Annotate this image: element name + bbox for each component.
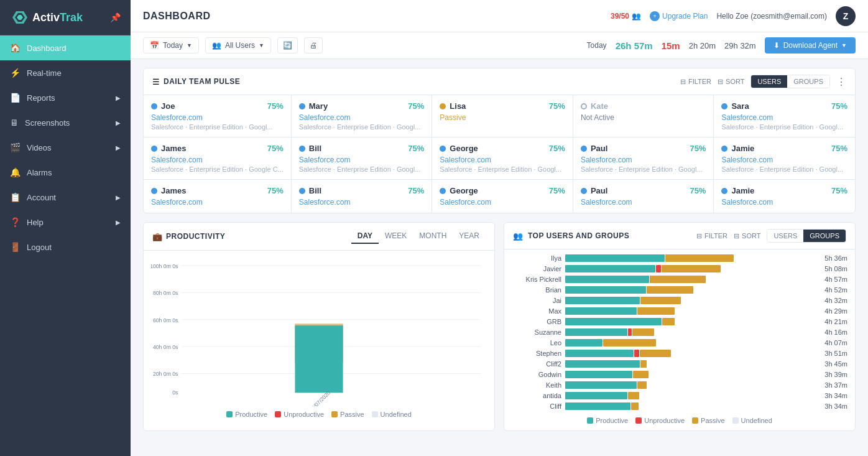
top-user-row-grb: GRB 4h 21m <box>512 318 847 325</box>
user-card-sara: Sara 75% Salesforce.com Salesforce · Ent… <box>714 95 855 137</box>
top-user-row-keith: Keith 3h 37m <box>512 381 847 389</box>
chevron-down-icon: ▼ <box>259 42 264 49</box>
top-groups-toggle[interactable]: GROUPS <box>803 230 846 242</box>
user-name: Mary <box>309 101 328 111</box>
user-app[interactable]: Salesforce.com <box>151 198 284 207</box>
user-pct: 75% <box>408 144 424 153</box>
user-status-passive: Passive <box>440 113 565 122</box>
user-label: Cliff <box>512 402 561 410</box>
sidebar-item-screenshots[interactable]: 🖥 Screenshots ▶ <box>0 110 131 135</box>
user-app[interactable]: Salesforce.com <box>581 198 706 207</box>
groups-toggle-button[interactable]: GROUPS <box>787 75 829 88</box>
filter-button[interactable]: ⊟ FILTER <box>680 78 711 86</box>
top-user-row-godwin: Godwin 3h 39m <box>512 371 847 378</box>
sidebar-item-alarms[interactable]: 🔔 Alarms <box>0 160 131 185</box>
user-detail: Salesforce · Enterprise Edition · Googl.… <box>721 165 847 173</box>
total-time: 29h 32m <box>724 41 756 50</box>
print-button[interactable]: 🖨 <box>304 37 323 54</box>
upgrade-plan-button[interactable]: + Upgrade Plan <box>650 11 708 21</box>
sidebar-item-account[interactable]: 📋 Account ▶ <box>0 185 131 210</box>
sidebar-item-help[interactable]: ❓ Help ▶ <box>0 210 131 235</box>
sidebar-item-videos[interactable]: 🎬 Videos ▶ <box>0 135 131 160</box>
tab-year[interactable]: YEAR <box>453 229 486 244</box>
date-label: Today <box>163 41 183 50</box>
user-app[interactable]: Salesforce.com <box>299 113 425 122</box>
user-app[interactable]: Salesforce.com <box>440 156 565 164</box>
user-time: 4h 57m <box>820 276 847 283</box>
user-time: 5h 36m <box>820 254 847 262</box>
avatar: Z <box>836 6 856 26</box>
productivity-panel: 💼 PRODUCTIVITY DAY WEEK MONTH YEAR <box>143 222 495 431</box>
user-time: 3h 34m <box>820 392 847 399</box>
top-user-row-antida: antida 3h 34m <box>512 392 847 399</box>
user-app[interactable]: Salesforce.com <box>721 198 847 207</box>
toggle-group: USERS GROUPS <box>750 75 830 88</box>
avatar-letter: Z <box>843 11 849 21</box>
refresh-button[interactable]: 🔄 <box>277 37 298 54</box>
user-name: Kate <box>591 101 608 111</box>
sidebar-logo: ActivTrak 📌 <box>0 0 131 35</box>
user-pct: 75% <box>690 144 706 153</box>
users-filter-button[interactable]: 👥 All Users ▼ <box>205 37 271 54</box>
user-detail: Salesforce · Enterprise Edition · Googl.… <box>299 123 425 131</box>
status-dot <box>440 103 446 109</box>
alarms-icon: 🔔 <box>10 167 21 177</box>
user-app[interactable]: Salesforce.com <box>299 156 425 164</box>
sidebar-item-realtime[interactable]: ⚡ Real-time <box>0 60 131 85</box>
user-app[interactable]: Salesforce.com <box>151 156 284 164</box>
realtime-icon: ⚡ <box>10 68 21 78</box>
today-label: Today <box>587 41 607 50</box>
sidebar-item-logout[interactable]: 🚪 Logout <box>0 235 131 259</box>
user-app[interactable]: Salesforce.com <box>299 198 425 207</box>
top-sort-button[interactable]: ⊟ SORT <box>734 232 760 240</box>
user-pct: 75% <box>549 144 565 153</box>
svg-text:60h 0m 0s: 60h 0m 0s <box>153 317 178 323</box>
svg-text:40h 0m 0s: 40h 0m 0s <box>153 344 178 350</box>
sidebar-item-reports[interactable]: 📄 Reports ▶ <box>0 85 131 110</box>
active-time: 26h 57m <box>616 40 653 51</box>
more-options-icon[interactable]: ⋮ <box>836 76 846 88</box>
user-app[interactable]: Salesforce.com <box>581 156 706 164</box>
user-time: 4h 52m <box>820 286 847 294</box>
pulse-title: DAILY TEAM PULSE <box>164 77 240 86</box>
tab-month[interactable]: MONTH <box>413 229 453 244</box>
tab-day[interactable]: DAY <box>351 229 379 244</box>
download-agent-button[interactable]: ⬇ Download Agent ▼ <box>765 37 856 54</box>
top-user-row-ilya: Ilya 5h 36m <box>512 254 847 262</box>
user-label: antida <box>512 392 561 399</box>
pulse-icon: ☰ <box>152 77 160 86</box>
user-name: Jamie <box>731 186 754 195</box>
productivity-title: PRODUCTIVITY <box>166 232 225 241</box>
status-dot <box>721 188 727 194</box>
top-toggle-group: USERS GROUPS <box>767 229 846 243</box>
user-name: George <box>450 144 478 153</box>
toolbar: 📅 Today ▼ 👥 All Users ▼ 🔄 🖨 Today 26h 57… <box>131 32 868 59</box>
legend-passive: Passive <box>331 411 364 418</box>
date-picker-button[interactable]: 📅 Today ▼ <box>143 37 199 54</box>
sidebar-item-dashboard[interactable]: 🏠 Dashboard <box>0 35 131 60</box>
top-users-toggle[interactable]: USERS <box>767 230 803 242</box>
sidebar-item-label: Real-time <box>27 68 62 78</box>
user-app[interactable]: Salesforce.com <box>721 156 847 164</box>
user-card-james2: James 75% Salesforce.com <box>144 180 292 213</box>
user-app[interactable]: Salesforce.com <box>440 198 565 207</box>
tab-week[interactable]: WEEK <box>379 229 413 244</box>
user-name: Lisa <box>450 101 466 111</box>
top-filter-button[interactable]: ⊟ FILTER <box>696 232 727 240</box>
sidebar: ActivTrak 📌 🏠 Dashboard ⚡ Real-time 📄 Re… <box>0 0 131 456</box>
user-name: Sara <box>731 101 749 111</box>
user-app[interactable]: Salesforce.com <box>721 113 847 122</box>
user-pct: 75% <box>690 186 706 195</box>
svg-text:80h 0m 0s: 80h 0m 0s <box>153 290 178 296</box>
svg-text:100h 0m 0s: 100h 0m 0s <box>151 263 178 269</box>
user-app[interactable]: Salesforce.com <box>151 113 284 122</box>
user-card-bill: Bill 75% Salesforce.com Salesforce · Ent… <box>292 137 433 180</box>
users-toggle-button[interactable]: USERS <box>751 75 787 88</box>
svg-text:0s: 0s <box>172 389 178 396</box>
plan-info: 39/50 👥 <box>611 12 641 21</box>
top-users-panel: 👥 TOP USERS AND GROUPS ⊟ FILTER ⊟ SORT U… <box>504 222 856 431</box>
user-name: Bill <box>309 186 321 195</box>
sort-button[interactable]: ⊟ SORT <box>718 78 744 86</box>
user-card-george: George 75% Salesforce.com Salesforce · E… <box>432 137 573 180</box>
status-dot <box>721 146 727 152</box>
